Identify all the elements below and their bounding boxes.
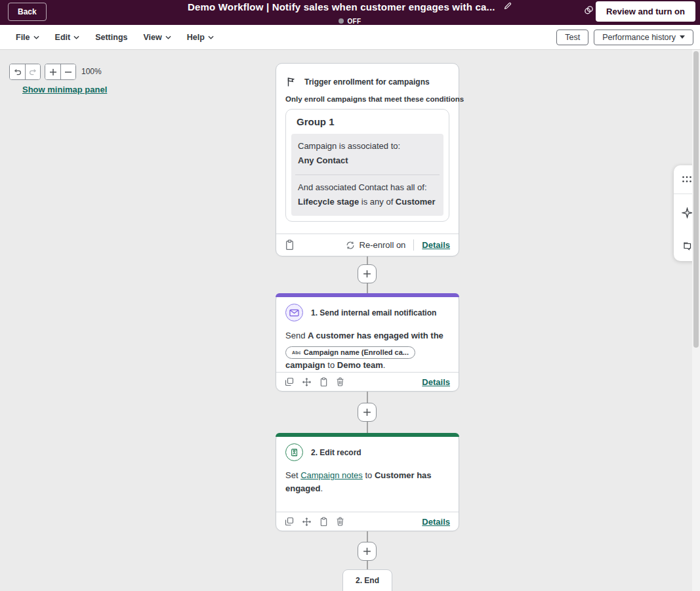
delete-icon[interactable] bbox=[336, 517, 344, 526]
test-button[interactable]: Test bbox=[556, 30, 588, 45]
show-minimap-link[interactable]: Show minimap panel bbox=[22, 85, 107, 94]
zoom-out-button[interactable] bbox=[60, 64, 75, 79]
action1-summary: Send A customer has engaged with the Abc… bbox=[276, 321, 459, 371]
chevron-down-icon bbox=[33, 35, 39, 39]
chevron-down-icon bbox=[208, 35, 214, 39]
sync-icon bbox=[346, 241, 355, 250]
workflow-title: Demo Workflow | Notify sales when custom… bbox=[188, 1, 495, 12]
trigger-subtitle: Only enroll campaigns that meet these co… bbox=[276, 87, 459, 103]
chevron-down-icon bbox=[165, 35, 171, 39]
plus-icon bbox=[363, 270, 371, 278]
action2-details-link[interactable]: Details bbox=[422, 517, 450, 527]
trigger-details-link[interactable]: Details bbox=[422, 240, 450, 250]
condition-campaign-association[interactable]: Campaign is associated to: Any Contact bbox=[291, 134, 443, 174]
reenroll-toggle[interactable]: Re-enroll on bbox=[346, 240, 406, 250]
plus-icon bbox=[363, 408, 371, 417]
copy-link-icon[interactable] bbox=[583, 5, 594, 18]
move-icon[interactable] bbox=[302, 377, 312, 387]
redo-button[interactable] bbox=[25, 64, 40, 79]
undo-icon bbox=[13, 68, 22, 76]
trigger-group-box: Group 1 Campaign is associated to: Any C… bbox=[285, 109, 449, 222]
action-card-edit-record[interactable]: 2. Edit record Set Campaign notes to Cus… bbox=[276, 433, 459, 531]
clipboard-icon[interactable] bbox=[319, 517, 328, 527]
action1-title: 1. Send internal email notification bbox=[311, 308, 436, 317]
connector-line bbox=[367, 561, 368, 569]
performance-history-dropdown[interactable]: Performance history bbox=[594, 30, 693, 45]
topbar: Back Demo Workflow | Notify sales when c… bbox=[0, 0, 700, 25]
scrollbar-thumb[interactable] bbox=[693, 51, 699, 348]
add-action-button-1[interactable] bbox=[358, 264, 377, 283]
sparkle-icon bbox=[682, 207, 693, 218]
connector-line bbox=[367, 531, 368, 542]
caret-down-icon bbox=[680, 35, 685, 39]
workflow-status-dot bbox=[339, 18, 344, 24]
add-action-button-3[interactable] bbox=[358, 542, 377, 561]
group-title: Group 1 bbox=[291, 116, 443, 134]
record-icon bbox=[285, 443, 303, 461]
add-action-button-2[interactable] bbox=[358, 403, 377, 422]
review-and-turn-on-button[interactable]: Review and turn on bbox=[596, 1, 695, 22]
menu-file[interactable]: File bbox=[16, 33, 39, 42]
email-icon bbox=[285, 304, 303, 321]
action1-details-link[interactable]: Details bbox=[422, 377, 450, 387]
campaign-notes-link[interactable]: Campaign notes bbox=[300, 470, 363, 480]
campaign-name-token[interactable]: AbcCampaign name (Enrolled ca... bbox=[285, 346, 415, 359]
workflow-canvas: 100% Show minimap panel Trigger enrollme… bbox=[0, 50, 700, 591]
action2-title: 2. Edit record bbox=[311, 448, 361, 457]
action2-summary: Set Campaign notes to Customer has engag… bbox=[276, 461, 459, 495]
redo-icon bbox=[29, 68, 37, 76]
chevron-down-icon bbox=[73, 35, 79, 39]
flag-icon bbox=[285, 77, 296, 87]
move-icon[interactable] bbox=[302, 517, 312, 527]
end-node[interactable]: 2. End bbox=[342, 569, 392, 591]
workflow-status: OFF bbox=[347, 18, 361, 25]
delete-icon[interactable] bbox=[336, 377, 344, 386]
trigger-title: Trigger enrollment for campaigns bbox=[304, 77, 430, 87]
clipboard-icon[interactable] bbox=[319, 377, 328, 387]
clipboard-icon[interactable] bbox=[285, 239, 295, 251]
connector-line bbox=[367, 283, 368, 293]
trigger-card[interactable]: Trigger enrollment for campaigns Only en… bbox=[276, 63, 459, 256]
text-property-icon: Abc bbox=[292, 346, 301, 359]
menu-help[interactable]: Help bbox=[187, 33, 214, 42]
connector-line bbox=[367, 422, 368, 433]
footer-divider bbox=[413, 239, 414, 251]
condition-lifecycle-stage[interactable]: And associated Contact has all of: Lifec… bbox=[291, 175, 443, 216]
menu-view[interactable]: View bbox=[143, 33, 171, 42]
menubar: File Edit Settings View Help Test Perfor… bbox=[0, 25, 700, 50]
clone-icon[interactable] bbox=[285, 517, 294, 526]
zoom-in-button[interactable] bbox=[45, 64, 60, 79]
action-card-send-email[interactable]: 1. Send internal email notification Send… bbox=[276, 293, 459, 392]
edit-title-pencil-icon[interactable] bbox=[503, 1, 512, 13]
plus-icon bbox=[49, 68, 57, 76]
menu-edit[interactable]: Edit bbox=[55, 33, 80, 42]
connector-line bbox=[367, 392, 368, 403]
zoom-level: 100% bbox=[81, 67, 102, 76]
plus-icon bbox=[363, 547, 371, 556]
undo-button[interactable] bbox=[10, 64, 25, 79]
dots-grid-icon bbox=[682, 176, 692, 183]
vertical-scrollbar bbox=[692, 50, 700, 591]
clone-icon[interactable] bbox=[285, 377, 294, 386]
chat-icon bbox=[682, 241, 692, 251]
menu-settings[interactable]: Settings bbox=[95, 33, 127, 42]
minus-icon bbox=[64, 68, 72, 76]
